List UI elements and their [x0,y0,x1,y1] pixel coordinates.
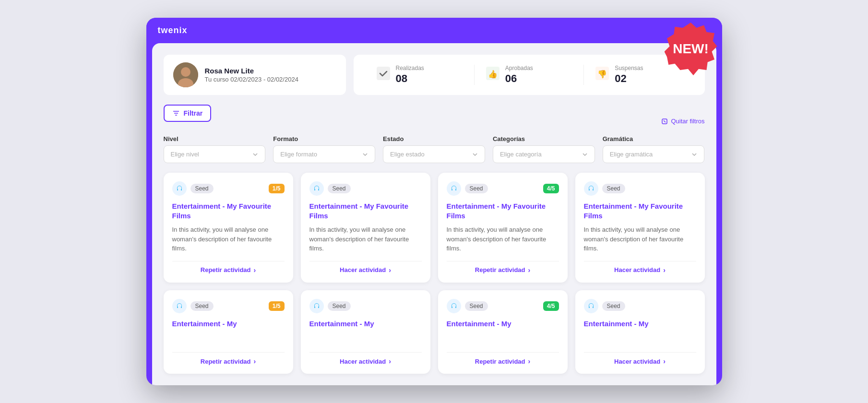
filter-formato: Formato Elige formato [273,135,375,163]
activity-card: Seed Entertainment - My Hacer actividad … [301,290,430,374]
activity-card: Seed Entertainment - My Favourite Films … [575,173,705,283]
filter-btn-label: Filtrar [184,109,203,117]
card-action-label: Repetir actividad [201,266,251,273]
chevron-right-icon: › [528,357,531,365]
headphone-icon [309,181,324,196]
card-header-left: Seed [172,299,214,313]
nivel-label: Nivel [164,135,266,142]
main-content: Rosa New Lite Tu curso 02/02/2023 - 02/0… [152,43,716,385]
browser-frame: NEW! twenix Rosa New Lite Tu curso 02/02… [146,18,722,385]
top-row: Rosa New Lite Tu curso 02/02/2023 - 02/0… [164,55,705,95]
svg-point-1 [181,67,190,77]
card-action-button[interactable]: Hacer actividad › [584,261,696,274]
stat-realizadas: Realizadas 08 [365,65,475,85]
filter-actions: Filtrar Quitar filtros [164,105,705,130]
activity-card: Seed 1/5 Entertainment - My Repetir acti… [164,290,293,374]
svg-text:👎: 👎 [597,70,607,79]
card-action-label: Repetir actividad [201,358,251,365]
categorias-placeholder: Elige categoría [500,151,542,158]
card-action-button[interactable]: Repetir actividad › [172,352,285,365]
headphone-icon [172,299,187,313]
seed-badge: Seed [465,301,488,311]
card-header-left: Seed [584,299,625,313]
chevron-right-icon: › [663,357,666,365]
card-header-left: Seed [172,181,214,196]
nivel-placeholder: Elige nivel [171,151,199,158]
card-title: Entertainment - My Favourite Films [447,202,559,220]
chevron-right-icon: › [254,266,256,274]
chevron-right-icon: › [528,266,531,274]
profile-info: Rosa New Lite Tu curso 02/02/2023 - 02/0… [205,67,298,83]
card-action-label: Hacer actividad [340,358,386,365]
seed-badge: Seed [328,301,351,311]
browser-header: twenix [146,18,722,43]
suspensas-label: Suspensas [615,65,643,71]
card-action-button[interactable]: Repetir actividad › [447,352,559,365]
categorias-select[interactable]: Elige categoría [493,145,595,163]
formato-placeholder: Elige formato [280,151,317,158]
chevron-right-icon: › [663,266,666,274]
card-header-left: Seed [584,181,625,196]
categorias-label: Categorías [493,135,595,142]
chevron-right-icon: › [389,266,391,274]
svg-rect-3 [377,67,390,80]
svg-line-12 [664,120,666,122]
thumbs-down-icon: 👎 [595,67,609,83]
cards-grid: Seed 1/5 Entertainment - My Favourite Fi… [164,173,705,374]
nivel-select[interactable]: Elige nivel [164,145,266,163]
headphone-icon [172,181,187,196]
chevron-right-icon: › [389,357,391,365]
progress-badge: 4/5 [543,301,559,311]
card-title: Entertainment - My Favourite Films [309,202,422,220]
estado-select[interactable]: Elige estado [383,145,485,163]
gramatica-select[interactable]: Elige gramática [603,145,705,163]
suspensas-value: 02 [615,72,643,85]
card-header-left: Seed [447,299,488,313]
card-title: Entertainment - My Favourite Films [584,202,696,220]
card-header: Seed [584,181,696,196]
seed-badge: Seed [465,184,488,193]
card-header: Seed [309,181,422,196]
card-desc: In this activity, you will analyse one w… [447,225,559,253]
card-action-button[interactable]: Hacer actividad › [309,261,422,274]
gramatica-placeholder: Elige gramática [610,151,653,158]
avatar [173,62,198,87]
progress-badge: 1/5 [269,301,285,311]
aprobadas-label: Aprobadas [505,65,533,71]
stat-realizadas-info: Realizadas 08 [396,65,424,85]
headphone-icon [584,299,598,313]
filter-gramatica: Gramática Elige gramática [603,135,705,163]
seed-badge: Seed [190,184,214,193]
card-action-button[interactable]: Hacer actividad › [584,352,696,365]
card-title: Entertainment - My [309,319,422,329]
formato-select[interactable]: Elige formato [273,145,375,163]
card-title: Entertainment - My [447,319,559,329]
card-action-label: Repetir actividad [475,358,525,365]
card-title: Entertainment - My Favourite Films [172,202,285,220]
card-header: Seed 4/5 [447,299,559,313]
card-action-button[interactable]: Hacer actividad › [309,352,422,365]
stat-suspensas-info: Suspensas 02 [615,65,643,85]
activity-card: Seed 4/5 Entertainment - My Favourite Fi… [438,173,568,283]
card-header: Seed [309,299,422,313]
logo: twenix [158,25,188,36]
activity-card: Seed 4/5 Entertainment - My Repetir acti… [438,290,568,374]
progress-badge: 1/5 [269,184,285,193]
card-action-button[interactable]: Repetir actividad › [172,261,285,274]
seed-badge: Seed [602,301,625,311]
filter-button[interactable]: Filtrar [164,105,212,122]
card-action-button[interactable]: Repetir actividad › [447,261,559,274]
clear-filters-button[interactable]: Quitar filtros [661,118,704,125]
estado-placeholder: Elige estado [390,151,425,158]
check-icon [377,67,390,83]
stats-card: Realizadas 08 👍 Aprobadas 06 [354,55,705,95]
chevron-right-icon: › [254,357,256,365]
card-title: Entertainment - My [172,319,285,329]
card-header: Seed 4/5 [447,181,559,196]
seed-badge: Seed [328,184,351,193]
filter-categorias: Categorías Elige categoría [493,135,595,163]
headphone-icon [584,181,598,196]
activity-card: Seed Entertainment - My Hacer actividad … [575,290,705,374]
card-action-label: Hacer actividad [340,266,386,273]
card-header-left: Seed [309,299,351,313]
